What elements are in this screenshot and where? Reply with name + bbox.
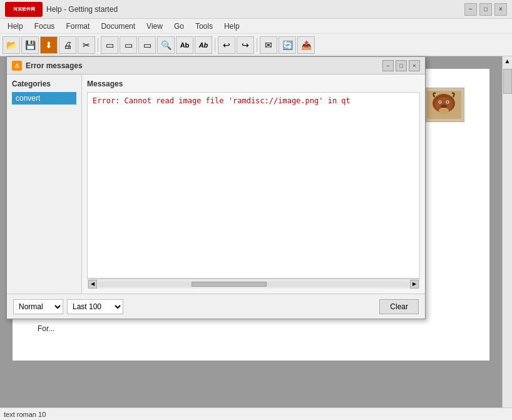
menu-focus[interactable]: Focus	[29, 21, 60, 32]
menu-tools[interactable]: Tools	[190, 21, 218, 32]
toolbar-text1[interactable]: Ab	[176, 36, 193, 54]
toolbar-sep1	[98, 38, 98, 52]
toolbar-zoom[interactable]: 🔍	[157, 36, 175, 54]
menu-document[interactable]: Document	[96, 21, 140, 32]
right-scrollbar[interactable]: ▲	[502, 56, 512, 420]
menu-go[interactable]: Go	[169, 21, 189, 32]
dialog-icon: ⚠	[12, 61, 22, 71]
toolbar-rect2[interactable]: ▭	[120, 36, 137, 54]
hscroll-left[interactable]: ◀	[88, 280, 97, 289]
dialog-minimize[interactable]: −	[382, 60, 394, 71]
app-window: 河东软件网 Help - Getting started − □ × Help …	[0, 0, 512, 420]
doc-line-for: For...	[38, 322, 464, 336]
dialog-title-left: ⚠ Error messages	[12, 61, 83, 71]
toolbar-redo[interactable]: ↪	[237, 36, 254, 54]
toolbar-sep3	[257, 38, 257, 52]
dialog-body: Categories convert Messages Error: Canno…	[7, 74, 425, 294]
toolbar-cut[interactable]: ✂	[78, 36, 95, 54]
dialog-close[interactable]: ×	[409, 60, 420, 71]
menu-bar: Help Focus Format Document View Go Tools…	[0, 19, 512, 34]
scroll-thumb[interactable]	[503, 69, 512, 94]
toolbar-print[interactable]: 🖨	[59, 36, 76, 54]
toolbar-open[interactable]: 📂	[3, 36, 20, 54]
menu-format[interactable]: Format	[61, 21, 95, 32]
toolbar-download[interactable]: ⬇	[40, 36, 58, 54]
error-dialog: ⚠ Error messages − □ × Categories conver…	[6, 56, 426, 319]
status-text: text roman 10	[4, 411, 46, 418]
doc-image	[424, 88, 464, 122]
categories-label: Categories	[12, 79, 76, 88]
svg-point-6	[447, 101, 448, 103]
toolbar-rect3[interactable]: ▭	[138, 36, 156, 54]
menu-help2[interactable]: Help	[219, 21, 245, 32]
title-bar-text: Help - Getting started	[46, 5, 118, 14]
title-bar-left: 河东软件网 Help - Getting started	[5, 2, 118, 17]
toolbar-mail[interactable]: ✉	[260, 36, 277, 54]
filter-last100-select[interactable]: Last 100	[67, 299, 123, 314]
dialog-footer: Normal Last 100 Clear	[7, 294, 425, 319]
toolbar-rect1[interactable]: ▭	[101, 36, 118, 54]
filter-last100-wrapper: Last 100	[67, 299, 123, 314]
toolbar-undo[interactable]: ↩	[218, 36, 235, 54]
hscroll-right[interactable]: ▶	[410, 280, 419, 289]
category-item-convert[interactable]: convert	[12, 92, 76, 105]
dialog-footer-left: Normal Last 100	[13, 299, 123, 314]
minimize-button[interactable]: −	[464, 3, 477, 16]
toolbar: 📂 💾 ⬇ 🖨 ✂ ▭ ▭ ▭ 🔍 Ab Ab ↩ ↪ ✉ 🔄 📤	[0, 34, 512, 56]
hscroll-thumb[interactable]	[192, 282, 267, 287]
dialog-hscroll[interactable]: ◀ ▶	[87, 279, 420, 289]
messages-label: Messages	[87, 79, 420, 88]
filter-normal-select[interactable]: Normal	[13, 299, 63, 314]
dialog-titlebar: ⚠ Error messages − □ ×	[7, 57, 425, 74]
toolbar-refresh[interactable]: 🔄	[279, 36, 296, 54]
scroll-up-arrow[interactable]: ▲	[503, 56, 512, 66]
filter-normal-wrapper: Normal	[13, 299, 63, 314]
menu-view[interactable]: View	[141, 21, 168, 32]
title-bar: 河东软件网 Help - Getting started − □ ×	[0, 0, 512, 19]
gnu-svg	[427, 91, 461, 119]
toolbar-export[interactable]: 📤	[297, 36, 315, 54]
dialog-title-text: Error messages	[26, 61, 83, 70]
dialog-controls: − □ ×	[382, 60, 420, 71]
clear-button[interactable]: Clear	[379, 299, 419, 314]
toolbar-sep2	[215, 38, 215, 52]
toolbar-save[interactable]: 💾	[21, 36, 39, 54]
menu-help[interactable]: Help	[3, 21, 28, 32]
messages-content: Error: Cannot read image file 'ramdisc:/…	[87, 92, 420, 279]
svg-point-5	[439, 101, 441, 103]
hscroll-track[interactable]	[98, 282, 409, 287]
dialog-maximize[interactable]: □	[396, 60, 407, 71]
categories-panel: Categories convert	[7, 74, 82, 294]
status-bar: text roman 10	[0, 407, 512, 420]
app-logo: 河东软件网	[5, 2, 43, 17]
error-message: Error: Cannot read image file 'ramdisc:/…	[88, 93, 419, 109]
svg-point-8	[439, 108, 449, 114]
title-bar-controls: − □ ×	[464, 3, 507, 16]
close-button[interactable]: ×	[494, 3, 507, 16]
toolbar-text2[interactable]: Ab	[195, 36, 212, 54]
messages-panel: Messages Error: Cannot read image file '…	[82, 74, 425, 294]
maximize-button[interactable]: □	[479, 3, 492, 16]
